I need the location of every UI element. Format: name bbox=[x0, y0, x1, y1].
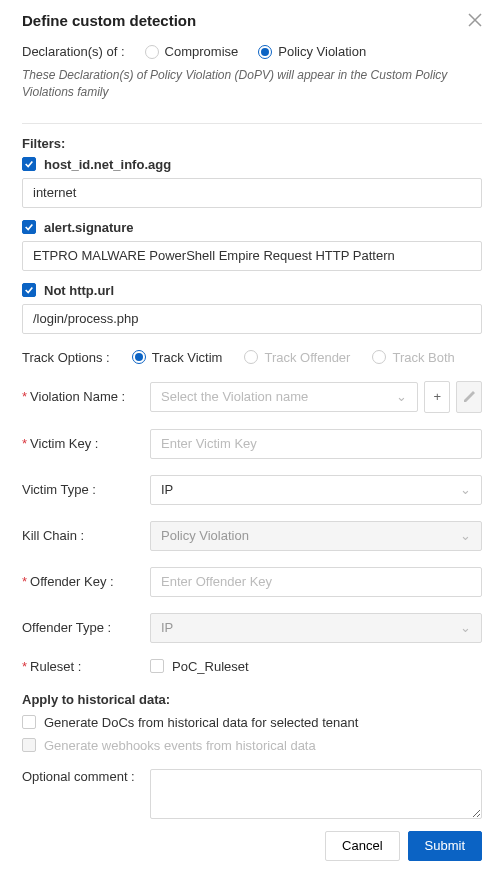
close-icon[interactable] bbox=[468, 12, 482, 30]
chevron-down-icon: ⌄ bbox=[460, 482, 471, 497]
generate-docs-label: Generate DoCs from historical data for s… bbox=[44, 715, 358, 730]
generate-webhooks-label: Generate webhooks events from historical… bbox=[44, 738, 316, 753]
filter-checkbox[interactable] bbox=[22, 283, 36, 297]
modal-title: Define custom detection bbox=[22, 12, 196, 29]
filter-value-input[interactable] bbox=[22, 304, 482, 334]
pencil-icon bbox=[462, 390, 476, 404]
filter-alert-signature: alert.signature bbox=[22, 220, 482, 271]
chevron-down-icon: ⌄ bbox=[460, 528, 471, 543]
filter-not-http-url: Not http.url bbox=[22, 283, 482, 334]
radio-icon bbox=[244, 350, 258, 364]
generate-docs-checkbox[interactable] bbox=[22, 715, 36, 729]
victim-type-label: Victim Type : bbox=[22, 482, 142, 497]
track-options-label: Track Options : bbox=[22, 350, 110, 365]
add-violation-button[interactable]: + bbox=[424, 381, 450, 413]
offender-key-input[interactable] bbox=[150, 567, 482, 597]
victim-key-label: *Victim Key : bbox=[22, 436, 142, 451]
victim-type-select[interactable]: IP ⌄ bbox=[150, 475, 482, 505]
kill-chain-select: Policy Violation ⌄ bbox=[150, 521, 482, 551]
ruleset-label: *Ruleset : bbox=[22, 659, 142, 674]
filter-host-id: host_id.net_info.agg bbox=[22, 157, 482, 208]
ruleset-option: PoC_Ruleset bbox=[172, 659, 249, 674]
declarations-hint: These Declaration(s) of Policy Violation… bbox=[22, 67, 482, 101]
chevron-down-icon: ⌄ bbox=[460, 620, 471, 635]
generate-webhooks-checkbox bbox=[22, 738, 36, 752]
historical-label: Apply to historical data: bbox=[22, 692, 482, 707]
filter-value-input[interactable] bbox=[22, 241, 482, 271]
ruleset-checkbox[interactable] bbox=[150, 659, 164, 673]
filter-name: alert.signature bbox=[44, 220, 134, 235]
radio-icon bbox=[258, 45, 272, 59]
edit-violation-button[interactable] bbox=[456, 381, 482, 413]
filter-checkbox[interactable] bbox=[22, 220, 36, 234]
declarations-label: Declaration(s) of : bbox=[22, 44, 125, 59]
filters-label: Filters: bbox=[22, 136, 482, 151]
comment-textarea[interactable] bbox=[150, 769, 482, 819]
chevron-down-icon: ⌄ bbox=[396, 389, 407, 404]
cancel-button[interactable]: Cancel bbox=[325, 831, 399, 861]
offender-key-label: *Offender Key : bbox=[22, 574, 142, 589]
violation-name-select[interactable]: Select the Violation name ⌄ bbox=[150, 382, 418, 412]
kill-chain-label: Kill Chain : bbox=[22, 528, 142, 543]
filter-name: host_id.net_info.agg bbox=[44, 157, 171, 172]
radio-compromise[interactable]: Compromise bbox=[145, 44, 239, 59]
submit-button[interactable]: Submit bbox=[408, 831, 482, 861]
offender-type-label: Offender Type : bbox=[22, 620, 142, 635]
custom-detection-modal: Define custom detection Declaration(s) o… bbox=[0, 0, 504, 871]
radio-policy-violation[interactable]: Policy Violation bbox=[258, 44, 366, 59]
divider bbox=[22, 123, 482, 124]
radio-icon bbox=[372, 350, 386, 364]
victim-key-input[interactable] bbox=[150, 429, 482, 459]
filter-name: Not http.url bbox=[44, 283, 114, 298]
filter-checkbox[interactable] bbox=[22, 157, 36, 171]
violation-name-label: *Violation Name : bbox=[22, 389, 142, 404]
radio-track-offender[interactable]: Track Offender bbox=[244, 350, 350, 365]
radio-track-victim[interactable]: Track Victim bbox=[132, 350, 223, 365]
offender-type-select: IP ⌄ bbox=[150, 613, 482, 643]
radio-icon bbox=[145, 45, 159, 59]
radio-icon bbox=[132, 350, 146, 364]
radio-track-both[interactable]: Track Both bbox=[372, 350, 454, 365]
filter-value-input[interactable] bbox=[22, 178, 482, 208]
comment-label: Optional comment : bbox=[22, 769, 142, 784]
